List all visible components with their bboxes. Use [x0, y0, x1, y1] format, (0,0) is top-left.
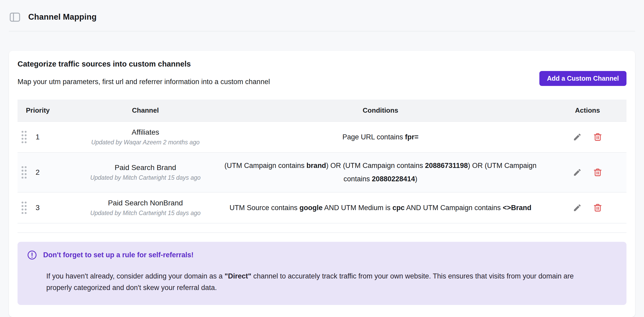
info-box-header: Don't forget to set up a rule for self-r… [27, 250, 616, 260]
delete-rule-button[interactable] [592, 132, 603, 143]
table-row: 3 Paid Search NonBrand Updated by Mitch … [18, 192, 626, 223]
table-header-row: Priority Channel Conditions Actions [18, 100, 626, 122]
sidebar-toggle-button[interactable] [9, 11, 21, 23]
drag-handle-dots-icon[interactable] [20, 165, 28, 180]
delete-rule-button[interactable] [592, 167, 603, 178]
info-box-title: Don't forget to set up a rule for self-r… [43, 251, 194, 259]
delete-rule-button[interactable] [592, 202, 603, 213]
edit-rule-button[interactable] [572, 167, 583, 178]
card-subtitle: Map your utm parameters, first url and r… [18, 78, 270, 86]
card-title: Categorize traffic sources into custom c… [18, 60, 270, 68]
column-header-actions: Actions [549, 100, 626, 122]
top-header: Channel Mapping [0, 0, 644, 31]
rules-table-body: 1 Affiliates Updated by Waqar Azeem 2 mo… [18, 122, 626, 223]
pencil-icon [573, 168, 582, 177]
edit-rule-button[interactable] [572, 132, 583, 143]
card-header: Categorize traffic sources into custom c… [18, 60, 626, 86]
priority-value: 3 [36, 204, 40, 212]
drag-handle-dots-icon[interactable] [20, 129, 28, 145]
channel-updated-by: Updated by Waqar Azeem 2 months ago [81, 139, 210, 146]
page-title: Channel Mapping [28, 12, 97, 22]
self-referral-info-box: Don't forget to set up a rule for self-r… [18, 242, 626, 305]
column-header-conditions: Conditions [212, 100, 549, 122]
drag-handle-dots-icon[interactable] [20, 200, 28, 215]
table-row: 2 Paid Search Brand Updated by Mitch Car… [18, 152, 626, 192]
alert-circle-icon [27, 250, 37, 260]
channel-updated-by: Updated by Mitch Cartwright 15 days ago [81, 174, 210, 181]
channel-name: Paid Search Brand [81, 163, 210, 172]
info-box-body: If you haven't already, consider adding … [46, 270, 598, 293]
channel-name: Affiliates [81, 128, 210, 136]
channel-name: Paid Search NonBrand [81, 199, 210, 207]
add-custom-channel-button[interactable]: Add a Custom Channel [539, 71, 626, 86]
rule-conditions: (UTM Campaign contains brand) OR (UTM Ca… [212, 152, 549, 192]
edit-rule-button[interactable] [572, 202, 583, 213]
header-divider [9, 31, 635, 31]
rule-conditions: Page URL contains fpr= [212, 122, 549, 152]
column-header-priority: Priority [18, 100, 78, 122]
card-header-text: Categorize traffic sources into custom c… [18, 60, 270, 86]
trash-icon [593, 168, 602, 177]
panel-left-icon [9, 11, 21, 23]
priority-value: 2 [36, 168, 40, 177]
column-header-channel: Channel [78, 100, 212, 122]
page: Channel Mapping Categorize traffic sourc… [0, 0, 644, 317]
rule-conditions: UTM Source contains google AND UTM Mediu… [212, 192, 549, 223]
priority-value: 1 [36, 133, 40, 141]
trash-icon [593, 203, 602, 212]
pencil-icon [573, 133, 582, 141]
trash-icon [593, 133, 602, 141]
pencil-icon [573, 203, 582, 212]
channel-mapping-card: Categorize traffic sources into custom c… [9, 51, 635, 317]
table-row: 1 Affiliates Updated by Waqar Azeem 2 mo… [18, 122, 626, 152]
channel-rules-table: Priority Channel Conditions Actions [18, 100, 626, 223]
channel-updated-by: Updated by Mitch Cartwright 15 days ago [81, 210, 210, 217]
table-footer-divider [18, 223, 626, 233]
